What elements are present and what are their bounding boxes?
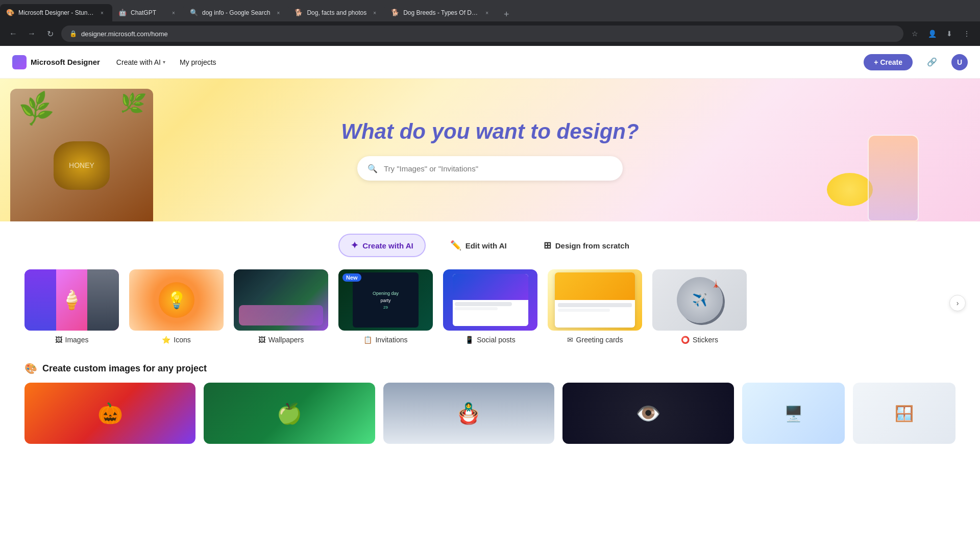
create-with-ai-pill[interactable]: ✦ Create with AI bbox=[338, 234, 425, 257]
wallpapers-text: Wallpapers bbox=[268, 336, 304, 344]
category-greeting-cards[interactable]: ✉ Greeting cards bbox=[548, 269, 642, 344]
design-scratch-label: Design from scratch bbox=[555, 241, 629, 250]
tab-close-5[interactable]: × bbox=[483, 9, 491, 17]
tab-google-search[interactable]: 🔍 dog info - Google Search × bbox=[184, 4, 288, 21]
tab-close-2[interactable]: × bbox=[169, 9, 178, 17]
social-icon: 📱 bbox=[465, 336, 474, 344]
custom-img-nature[interactable]: 🍏 bbox=[204, 383, 375, 444]
custom-img-dark[interactable]: 👁️ bbox=[562, 383, 733, 444]
hero-right-decoration bbox=[817, 89, 970, 221]
header-nav: Create with AI ▾ My projects bbox=[110, 55, 223, 69]
images-text: Images bbox=[65, 336, 89, 344]
nav-create-with-ai[interactable]: Create with AI ▾ bbox=[110, 55, 172, 69]
nav-my-projects[interactable]: My projects bbox=[174, 55, 223, 69]
search-icon: 🔍 bbox=[368, 164, 378, 173]
custom-img-sombrero[interactable]: 🪆 bbox=[383, 383, 554, 444]
tab-close-4[interactable]: × bbox=[371, 9, 379, 17]
user-avatar[interactable]: U bbox=[951, 54, 968, 70]
tab-favicon-3: 🔍 bbox=[190, 9, 198, 17]
category-label-icons: ⭐ Icons bbox=[162, 336, 190, 344]
edit-with-ai-pill[interactable]: ✏️ Edit with AI bbox=[438, 234, 519, 257]
tab-close-3[interactable]: × bbox=[274, 9, 282, 17]
category-wallpapers[interactable]: 🖼 Wallpapers bbox=[234, 269, 328, 344]
tab-title-2: ChatGPT bbox=[131, 9, 165, 16]
tab-close-1[interactable]: × bbox=[98, 9, 106, 17]
share-icon-button[interactable]: 🔗 bbox=[923, 53, 941, 71]
category-stickers[interactable]: ✈️ 🗼 ⭕ Stickers bbox=[652, 269, 747, 344]
browser-chrome: 🎨 Microsoft Designer - Stunning... × 🤖 C… bbox=[0, 0, 980, 46]
custom-img-tech-1[interactable]: 🖥️ bbox=[742, 383, 845, 444]
category-thumb-icons: 💡 bbox=[129, 269, 224, 331]
category-label-social: 📱 Social posts bbox=[465, 336, 515, 344]
tab-favicon-4: 🐕 bbox=[295, 9, 303, 17]
category-thumb-social bbox=[443, 269, 537, 331]
custom-img-tech-2[interactable]: 🪟 bbox=[853, 383, 955, 444]
app-header: Microsoft Designer Create with AI ▾ My p… bbox=[0, 46, 980, 79]
category-section: 🍦 🖼 Images 💡 ⭐ bbox=[0, 269, 980, 354]
hero-left-decoration: 🌿 HONEY 🌿 bbox=[10, 89, 153, 221]
toolbar-actions: ☆ 👤 ⬇ ⋮ bbox=[908, 27, 974, 41]
tab-title-4: Dog, facts and photos bbox=[307, 9, 366, 16]
icons-text: Icons bbox=[174, 336, 190, 344]
section-header: 🎨 Create custom images for any project bbox=[24, 362, 955, 374]
search-input[interactable] bbox=[384, 164, 612, 173]
new-badge: New bbox=[342, 273, 361, 282]
category-label-greeting: ✉ Greeting cards bbox=[567, 336, 623, 344]
tab-favicon-5: 🐕 bbox=[391, 9, 399, 17]
category-thumb-stickers: ✈️ 🗼 bbox=[652, 269, 747, 331]
tab-dog-facts[interactable]: 🐕 Dog, facts and photos × bbox=[288, 4, 385, 21]
tab-title-5: Dog Breeds - Types Of Dogs -... bbox=[403, 9, 479, 16]
tab-dog-breeds[interactable]: 🐕 Dog Breeds - Types Of Dogs -... × bbox=[385, 4, 497, 21]
greeting-icon: ✉ bbox=[567, 336, 573, 344]
action-pills-section: ✦ Create with AI ✏️ Edit with AI ⊞ Desig… bbox=[0, 221, 980, 269]
bookmark-icon[interactable]: ☆ bbox=[908, 27, 922, 41]
menu-icon[interactable]: ⋮ bbox=[960, 27, 974, 41]
chevron-down-icon: ▾ bbox=[163, 59, 165, 65]
category-invitations[interactable]: New Opening day party 29 📋 Invitations bbox=[338, 269, 433, 344]
forward-button[interactable]: → bbox=[24, 27, 39, 41]
microsoft-designer-logo-icon bbox=[12, 55, 27, 69]
custom-img-halloween[interactable]: 🎃 bbox=[24, 383, 195, 444]
scroll-right-arrow[interactable]: › bbox=[949, 295, 966, 311]
reload-button[interactable]: ↻ bbox=[43, 27, 57, 41]
invitation-card-preview: Opening day party 29 bbox=[353, 272, 419, 328]
create-ai-label: Create with AI bbox=[362, 241, 413, 250]
logo-area: Microsoft Designer bbox=[12, 55, 100, 69]
invitations-icon: 📋 bbox=[363, 336, 372, 344]
nav-my-projects-label: My projects bbox=[180, 58, 216, 66]
tab-microsoft-designer[interactable]: 🎨 Microsoft Designer - Stunning... × bbox=[0, 4, 112, 21]
sombrero-icon: 🪆 bbox=[456, 402, 481, 425]
eye-icon: 👁️ bbox=[635, 402, 661, 425]
tab-title-1: Microsoft Designer - Stunning... bbox=[18, 9, 94, 16]
design-from-scratch-pill[interactable]: ⊞ Design from scratch bbox=[531, 234, 642, 257]
app-container: Microsoft Designer Create with AI ▾ My p… bbox=[0, 46, 980, 551]
edit-icon: ✏️ bbox=[450, 240, 461, 251]
lock-icon: 🔒 bbox=[69, 30, 77, 37]
custom-section-icon: 🎨 bbox=[24, 362, 37, 374]
tech-icon-2: 🪟 bbox=[895, 405, 914, 422]
browser-toolbar: ← → ↻ 🔒 designer.microsoft.com/home ☆ 👤 … bbox=[0, 21, 980, 46]
hero-section: 🌿 HONEY 🌿 What do you want to design? 🔍 bbox=[0, 79, 980, 221]
new-tab-button[interactable]: + bbox=[499, 7, 513, 21]
social-card-preview bbox=[453, 274, 528, 326]
create-button[interactable]: + Create bbox=[864, 54, 913, 70]
category-images[interactable]: 🍦 🖼 Images bbox=[24, 269, 119, 344]
images-icon: 🖼 bbox=[55, 336, 62, 344]
search-bar[interactable]: 🔍 bbox=[357, 156, 623, 181]
nav-create-with-ai-label: Create with AI bbox=[116, 58, 161, 66]
icons-thumb-inner: 💡 bbox=[159, 282, 194, 318]
category-grid: 🍦 🖼 Images 💡 ⭐ bbox=[24, 269, 955, 344]
tab-chatgpt[interactable]: 🤖 ChatGPT × bbox=[112, 4, 184, 21]
back-button[interactable]: ← bbox=[6, 27, 20, 41]
custom-images-section: 🎨 Create custom images for any project 🎃… bbox=[0, 354, 980, 444]
category-icons[interactable]: 💡 ⭐ Icons bbox=[129, 269, 224, 344]
category-social-posts[interactable]: 📱 Social posts bbox=[443, 269, 537, 344]
category-thumb-invitations: New Opening day party 29 bbox=[338, 269, 433, 331]
address-bar[interactable]: 🔒 designer.microsoft.com/home bbox=[61, 26, 903, 42]
logo-text: Microsoft Designer bbox=[31, 58, 100, 66]
nature-icon: 🍏 bbox=[277, 402, 302, 425]
download-icon[interactable]: ⬇ bbox=[942, 27, 957, 41]
profile-icon[interactable]: 👤 bbox=[925, 27, 939, 41]
custom-section-title: Create custom images for any project bbox=[42, 363, 207, 374]
category-thumb-greeting bbox=[548, 269, 642, 331]
